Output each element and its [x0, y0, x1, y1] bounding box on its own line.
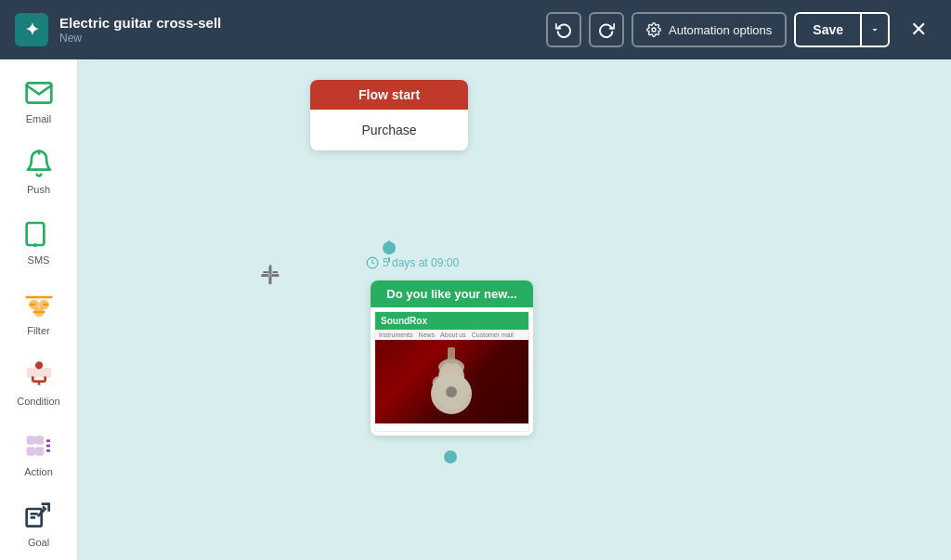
email-preview-inner: SoundRox Instruments News About us Custo…	[374, 311, 529, 432]
guitar-image-area	[375, 340, 528, 423]
automation-options-button[interactable]: Automation options	[632, 12, 787, 47]
svg-rect-3	[26, 223, 44, 245]
svg-point-33	[446, 386, 457, 397]
save-dropdown-button[interactable]	[860, 12, 890, 47]
flow-start-header: Flow start	[310, 80, 468, 110]
svg-rect-22	[28, 449, 34, 455]
svg-rect-21	[36, 437, 43, 444]
svg-rect-12	[28, 369, 38, 376]
sidebar-item-email[interactable]: Email	[6, 67, 72, 134]
nav-item-3: About us	[440, 332, 466, 338]
email-preview: SoundRox Instruments News About us Custo…	[371, 307, 533, 436]
nav-item-1: Instruments	[379, 332, 413, 338]
svg-rect-23	[36, 449, 43, 455]
nav-item-4: Customer mail	[472, 332, 514, 338]
action-icon	[22, 429, 56, 462]
flow-start-card[interactable]: Flow start Purchase	[310, 80, 468, 150]
nav-item-2: News	[419, 332, 436, 338]
sms-icon	[22, 217, 56, 251]
app-subtitle: New	[59, 32, 535, 45]
time-delay-label: 5 days at 09:00	[366, 256, 459, 269]
sidebar-item-goal[interactable]: Goal	[6, 490, 72, 557]
time-delay-text: 5 days at 09:00	[383, 256, 459, 269]
email-card-header: Do you like your new...	[371, 280, 533, 307]
logo-icon: ✦	[15, 13, 48, 46]
preview-nav: Instruments News About us Customer mail	[375, 330, 528, 340]
sidebar-item-sms-label: SMS	[28, 254, 50, 266]
email-icon	[22, 76, 56, 110]
sidebar-item-condition-label: Condition	[17, 396, 59, 407]
sidebar-item-condition[interactable]: Condition	[6, 349, 72, 416]
goal-icon	[22, 500, 56, 533]
guitar-shape	[426, 347, 477, 417]
flow-start-body: Purchase	[310, 110, 468, 150]
brand-name: SoundRox	[381, 316, 427, 326]
push-icon	[22, 147, 56, 180]
sidebar: Email Push SMS	[0, 59, 78, 560]
sidebar-item-action-label: Action	[24, 466, 53, 477]
email-card[interactable]: Do you like your new... SoundRox Instrum…	[371, 280, 533, 436]
canvas[interactable]: ⊹ ✛ Flow start Purchase 5 days at 09:00 …	[78, 59, 951, 560]
sidebar-item-push[interactable]: Push	[6, 137, 72, 204]
app-title: Electric guitar cross-sell	[59, 15, 535, 31]
svg-point-18	[36, 363, 41, 368]
sidebar-item-email-label: Email	[26, 113, 52, 124]
flow-start-connector-dot	[383, 241, 396, 254]
svg-rect-13	[40, 369, 50, 376]
preview-header: SoundRox	[375, 312, 528, 330]
header-actions: Automation options Save ✕	[546, 12, 936, 47]
sidebar-item-push-label: Push	[27, 184, 50, 195]
sidebar-item-action[interactable]: Action	[6, 420, 72, 487]
save-button[interactable]: Save	[794, 12, 860, 47]
svg-rect-34	[448, 347, 455, 364]
sidebar-item-goal-label: Goal	[28, 537, 49, 548]
close-button[interactable]: ✕	[901, 12, 936, 47]
condition-icon	[22, 358, 56, 392]
svg-point-0	[652, 28, 656, 32]
svg-rect-20	[28, 437, 34, 444]
filter-icon	[22, 288, 56, 321]
drag-handle[interactable]: ✛	[260, 262, 280, 291]
redo-button[interactable]	[589, 12, 624, 47]
sidebar-item-filter-label: Filter	[27, 325, 49, 336]
save-group: Save	[794, 12, 890, 47]
app-header: ✦ Electric guitar cross-sell New Automat…	[0, 0, 951, 59]
svg-point-11	[35, 308, 43, 316]
automation-options-label: Automation options	[669, 23, 772, 37]
main-layout: Email Push SMS	[0, 59, 951, 560]
title-group: Electric guitar cross-sell New	[59, 15, 535, 45]
undo-button[interactable]	[546, 12, 581, 47]
sidebar-item-sms[interactable]: SMS	[6, 208, 72, 275]
sidebar-item-filter[interactable]: Filter	[6, 279, 72, 345]
email-bottom-connector-dot	[444, 450, 457, 463]
